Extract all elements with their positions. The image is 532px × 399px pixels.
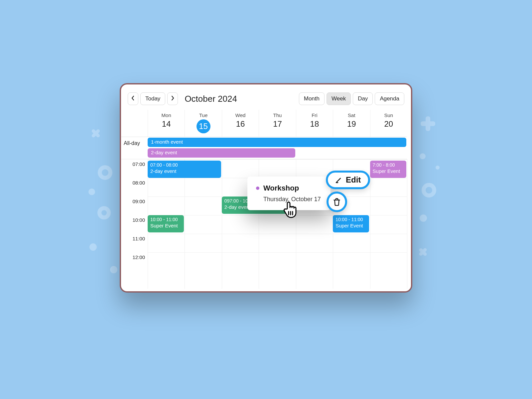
trash-icon	[332, 198, 341, 206]
pencil-icon	[335, 176, 342, 184]
calendar-event[interactable]: 7:00 - 8:00Super Event	[370, 161, 406, 178]
decoration-plus	[421, 116, 435, 131]
day-header[interactable]: Wed16	[222, 110, 259, 137]
allday-event[interactable]: 2-day event	[148, 148, 295, 158]
calendar-window: Today October 2024 Month Week Day Agenda…	[120, 83, 412, 293]
chevron-right-icon	[171, 96, 174, 100]
next-button[interactable]	[167, 92, 178, 105]
day-header[interactable]: Sat19	[333, 110, 370, 137]
decoration-x	[416, 245, 430, 259]
decoration-dot	[110, 266, 117, 273]
time-gutter: 07:0008:0009:0010:0011:0012:00	[121, 159, 148, 289]
day-header[interactable]: Mon14	[148, 110, 185, 137]
hand-cursor-icon	[282, 200, 300, 220]
decoration-x	[89, 126, 103, 140]
allday-band: All-day 1-month event2-day event	[121, 137, 407, 159]
toolbar: Today October 2024 Month Week Day Agenda	[121, 84, 411, 110]
day-header[interactable]: Sun20	[370, 110, 407, 137]
day-header[interactable]: Fri18	[296, 110, 333, 137]
calendar-event[interactable]: 10:00 - 11:00Super Event	[148, 215, 184, 232]
event-color-dot	[256, 187, 259, 190]
chevron-left-icon	[131, 96, 135, 100]
allday-event[interactable]: 1-month event	[148, 138, 406, 147]
time-label: 10:00	[121, 215, 148, 234]
day-header-row: Mon14 Tue15 Wed16 Thu17 Fri18 Sat19 Sun2…	[121, 110, 407, 137]
calendar-title: October 2024	[185, 94, 237, 104]
time-label: 09:00	[121, 197, 148, 215]
event-popover-title: Workshop	[263, 184, 299, 193]
decoration-ring	[97, 206, 111, 219]
edit-button-label: Edit	[346, 175, 361, 185]
calendar-event[interactable]: 07:00 - 08:002-day event	[148, 161, 221, 178]
decoration-dot	[436, 166, 440, 170]
view-month-button[interactable]: Month	[299, 92, 325, 105]
time-label: 07:00	[121, 159, 148, 178]
prev-button[interactable]	[128, 92, 138, 105]
view-agenda-button[interactable]: Agenda	[375, 92, 404, 105]
time-label: 12:00	[121, 252, 148, 271]
delete-button[interactable]	[327, 192, 347, 212]
today-button[interactable]: Today	[140, 92, 165, 105]
time-label: 08:00	[121, 178, 148, 197]
view-day-button[interactable]: Day	[353, 92, 373, 105]
decoration-ring	[422, 183, 436, 198]
decoration-dot	[420, 153, 426, 159]
time-label: 11:00	[121, 234, 148, 252]
decoration-ring	[98, 165, 112, 180]
day-header[interactable]: Tue15	[185, 110, 221, 137]
decoration-dot	[89, 243, 97, 251]
edit-button[interactable]: Edit	[326, 171, 370, 189]
calendar-event[interactable]: 10:00 - 11:00Super Event	[333, 215, 369, 232]
day-header[interactable]: Thu17	[259, 110, 296, 137]
view-week-button[interactable]: Week	[327, 92, 351, 105]
decoration-dot	[420, 214, 427, 222]
decoration-dot	[88, 189, 95, 195]
allday-label: All-day	[121, 137, 148, 159]
